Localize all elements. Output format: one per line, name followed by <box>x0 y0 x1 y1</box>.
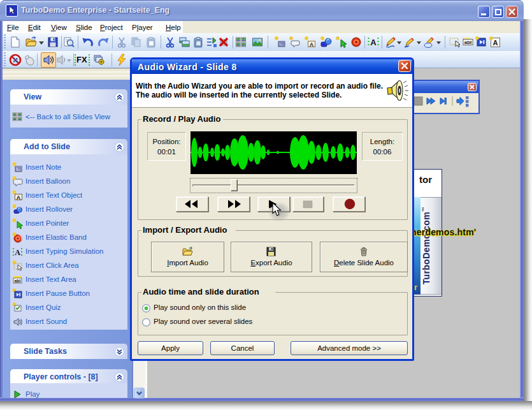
svg-text:A: A <box>17 194 21 201</box>
svg-text:A: A <box>310 41 314 48</box>
svg-text:A: A <box>15 248 20 257</box>
svg-text:A: A <box>370 38 377 47</box>
svg-text:A: A <box>493 39 498 47</box>
svg-text:abI: abI <box>464 40 472 45</box>
svg-text:abI: abI <box>14 279 20 283</box>
